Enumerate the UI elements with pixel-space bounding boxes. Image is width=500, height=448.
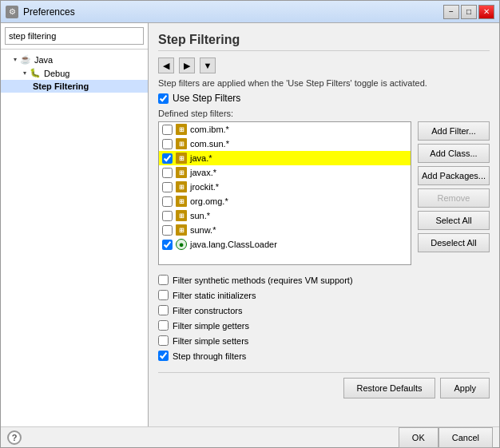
options-section: Filter synthetic methods (requires VM su…: [158, 275, 490, 366]
filter-label: com.ibm.*: [190, 125, 229, 134]
title-bar: ⚙ Preferences − □ ✕: [1, 1, 499, 23]
ok-button[interactable]: OK: [399, 427, 438, 448]
search-input[interactable]: [5, 27, 144, 45]
filters-list: ⊞com.ibm.*⊞com.sun.*⊞java.*⊞javax.*⊞jroc…: [158, 121, 411, 265]
cancel-button[interactable]: Cancel: [438, 427, 493, 448]
sidebar: ▾ ☕ Java ▾ 🐛 Debug Step Filtering: [1, 23, 149, 426]
option-item: Filter simple setters: [158, 335, 490, 346]
package-icon: ⊞: [176, 153, 187, 164]
forward-button[interactable]: ▶: [179, 57, 195, 73]
bottom-buttons: Restore Defaults Apply: [158, 372, 490, 398]
sidebar-item-debug[interactable]: ▾ 🐛 Debug: [1, 66, 148, 80]
option-item: Filter constructors: [158, 305, 490, 315]
filter-checkbox[interactable]: [162, 240, 173, 250]
search-box: [1, 23, 148, 50]
add-filter-button[interactable]: Add Filter...: [418, 121, 490, 141]
expand-arrow: ▾: [23, 69, 26, 77]
select-all-button[interactable]: Select All: [418, 211, 490, 230]
option-label: Filter simple getters: [173, 321, 249, 331]
option-label: Filter static initializers: [173, 291, 256, 300]
filter-checkbox[interactable]: [162, 182, 173, 192]
filter-item[interactable]: ⊞jrockit.*: [159, 180, 411, 194]
option-label: Filter constructors: [173, 306, 242, 315]
option-label: Filter simple setters: [173, 336, 248, 346]
option-checkbox[interactable]: [158, 335, 169, 346]
filter-item[interactable]: ⊞com.sun.*: [159, 137, 411, 151]
filter-checkbox[interactable]: [162, 211, 173, 221]
filter-label: javax.*: [190, 168, 216, 177]
add-class-button[interactable]: Add Class...: [418, 144, 490, 163]
window-controls: − □ ✕: [443, 5, 494, 19]
back-button[interactable]: ◀: [158, 57, 174, 73]
option-checkbox[interactable]: [158, 351, 169, 361]
package-icon: ⊞: [176, 224, 187, 236]
defined-filters-label: Defined step filters:: [158, 109, 490, 118]
filter-checkbox[interactable]: [162, 196, 173, 207]
remove-button[interactable]: Remove: [418, 188, 490, 208]
dropdown-button[interactable]: ▼: [200, 57, 216, 73]
filters-buttons: Add Filter... Add Class... Add Packages.…: [418, 121, 490, 265]
option-item: Filter simple getters: [158, 320, 490, 331]
java-icon: ☕: [20, 54, 31, 65]
filter-item[interactable]: ⊞org.omg.*: [159, 194, 411, 208]
sidebar-item-label: Debug: [44, 69, 69, 78]
option-item: Filter synthetic methods (requires VM su…: [158, 275, 490, 285]
use-step-filters-checkbox[interactable]: [158, 93, 169, 104]
filters-area: ⊞com.ibm.*⊞com.sun.*⊞java.*⊞javax.*⊞jroc…: [158, 121, 490, 265]
option-item: Step through filters: [158, 351, 490, 361]
filter-label: sunw.*: [190, 225, 216, 235]
tree-area: ▾ ☕ Java ▾ 🐛 Debug Step Filtering: [1, 50, 148, 426]
close-button[interactable]: ✕: [478, 5, 494, 19]
restore-defaults-button[interactable]: Restore Defaults: [343, 378, 436, 398]
panel-title: Step Filtering: [158, 33, 490, 51]
package-icon: ⊞: [176, 138, 187, 149]
window-icon: ⚙: [6, 6, 18, 18]
filter-label: java.lang.ClassLoader: [190, 240, 277, 249]
option-item: Filter static initializers: [158, 290, 490, 300]
minimize-button[interactable]: −: [443, 5, 459, 19]
filter-item[interactable]: ⊞com.ibm.*: [159, 122, 411, 137]
package-icon: ⊞: [176, 167, 187, 178]
option-checkbox[interactable]: [158, 275, 169, 285]
option-checkbox[interactable]: [158, 290, 169, 300]
expand-arrow: ▾: [14, 56, 17, 63]
sidebar-item-label: Step Filtering: [33, 81, 89, 91]
window-title: Preferences: [23, 6, 443, 18]
deselect-all-button[interactable]: Deselect All: [418, 233, 490, 252]
help-icon[interactable]: ?: [7, 430, 22, 445]
filter-label: com.sun.*: [190, 139, 229, 149]
help-bar: ? OK Cancel: [1, 426, 499, 447]
filter-item[interactable]: ⊞sun.*: [159, 208, 411, 223]
filter-label: org.omg.*: [190, 196, 228, 206]
option-label: Step through filters: [173, 351, 246, 361]
option-label: Filter synthetic methods (requires VM su…: [173, 276, 353, 285]
package-icon: ⊞: [176, 210, 187, 221]
package-icon: ⊞: [176, 124, 187, 135]
filter-item[interactable]: ⊞javax.*: [159, 165, 411, 180]
package-icon: ⊞: [176, 181, 187, 192]
option-checkbox[interactable]: [158, 320, 169, 331]
maximize-button[interactable]: □: [461, 5, 477, 19]
sidebar-item-java[interactable]: ▾ ☕ Java: [1, 53, 148, 66]
add-packages-button[interactable]: Add Packages...: [418, 166, 490, 185]
apply-button[interactable]: Apply: [440, 378, 490, 398]
filter-checkbox[interactable]: [162, 139, 173, 149]
preferences-window: ⚙ Preferences − □ ✕ ▾ ☕ Java ▾ 🐛: [0, 0, 500, 448]
right-panel: Step Filtering ◀ ▶ ▼ Step filters are ap…: [149, 23, 499, 426]
filter-item[interactable]: ⊞sunw.*: [159, 223, 411, 237]
filter-checkbox[interactable]: [162, 168, 173, 178]
package-icon: ⊞: [176, 196, 187, 207]
filter-checkbox[interactable]: [162, 225, 173, 236]
panel-toolbar: ◀ ▶ ▼: [158, 57, 490, 73]
class-icon: ●: [176, 239, 187, 250]
filter-checkbox[interactable]: [162, 125, 173, 135]
sidebar-item-step-filtering[interactable]: Step Filtering: [1, 80, 148, 93]
debug-icon: 🐛: [30, 68, 41, 78]
use-step-filters-label: Use Step Filters: [173, 93, 240, 104]
option-checkbox[interactable]: [158, 305, 169, 315]
main-content: ▾ ☕ Java ▾ 🐛 Debug Step Filtering Step F…: [1, 23, 499, 426]
filter-item[interactable]: ●java.lang.ClassLoader: [159, 237, 411, 252]
filter-checkbox[interactable]: [162, 153, 173, 164]
filter-item[interactable]: ⊞java.*: [159, 151, 411, 165]
filter-label: jrockit.*: [190, 182, 219, 192]
